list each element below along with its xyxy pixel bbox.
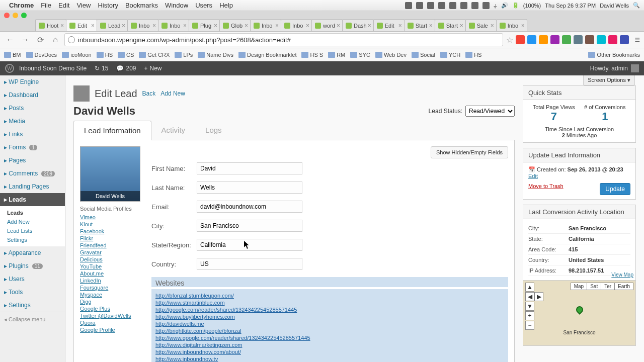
browser-tab[interactable]: Sale× bbox=[465, 19, 497, 31]
bookmark-item[interactable]: RM bbox=[328, 52, 345, 58]
menubar-icon[interactable] bbox=[405, 2, 412, 9]
menubar-icon[interactable] bbox=[416, 2, 423, 9]
collapse-menu[interactable]: ◂ Collapse menu bbox=[0, 312, 65, 327]
menu-bookmarks[interactable]: Bookmarks bbox=[125, 2, 158, 9]
social-link[interactable]: Google Plus bbox=[80, 305, 145, 312]
new-link[interactable]: + New bbox=[144, 65, 162, 72]
first-name-input[interactable] bbox=[197, 162, 302, 174]
browser-tab[interactable]: Start× bbox=[404, 19, 435, 31]
social-link[interactable]: Myspace bbox=[80, 291, 145, 298]
city-input[interactable] bbox=[197, 220, 302, 232]
social-link[interactable]: Flickr bbox=[80, 235, 145, 242]
website-link[interactable]: http://www.digitalmarketingzen.com bbox=[155, 341, 504, 348]
map-zoom-in[interactable]: + bbox=[525, 311, 534, 320]
ext-icon[interactable] bbox=[597, 35, 606, 44]
map-pan-down[interactable]: ▼ bbox=[525, 302, 534, 311]
bookmark-item[interactable]: Get CRX bbox=[139, 52, 170, 58]
close-tab-icon[interactable]: × bbox=[214, 22, 217, 29]
trash-link[interactable]: Move to Trash bbox=[528, 183, 564, 189]
close-tab-icon[interactable]: × bbox=[398, 22, 402, 29]
browser-tab[interactable]: Dash× bbox=[342, 19, 374, 31]
browser-tab[interactable]: Edit× bbox=[66, 19, 97, 31]
bookmark-item[interactable]: Web Dev bbox=[375, 52, 407, 58]
sidebar-item[interactable]: ▸ Forms1 bbox=[0, 141, 65, 154]
close-tab-icon[interactable]: × bbox=[429, 22, 433, 29]
email-input[interactable] bbox=[197, 201, 302, 213]
sidebar-item[interactable]: ▸ Pages bbox=[0, 154, 65, 167]
social-link[interactable]: Klout bbox=[80, 221, 145, 228]
sidebar-item[interactable]: ▸ WP Engine bbox=[0, 75, 65, 88]
social-link[interactable]: Delicious bbox=[80, 256, 145, 263]
menubar-icon[interactable] bbox=[482, 2, 490, 9]
forward-button[interactable]: → bbox=[19, 34, 31, 46]
bookmark-item[interactable]: LPs bbox=[175, 52, 193, 58]
sidebar-sub-item[interactable]: Lead Lists bbox=[0, 226, 65, 235]
social-link[interactable]: Friendfeed bbox=[80, 242, 145, 249]
bookmark-item[interactable]: SYC bbox=[350, 52, 370, 58]
back-button[interactable]: ← bbox=[4, 34, 16, 46]
close-tab-icon[interactable]: × bbox=[337, 22, 340, 29]
volume-icon[interactable]: 🔊 bbox=[501, 2, 508, 9]
browser-tab[interactable]: Inbo× bbox=[496, 19, 527, 31]
close-tab-icon[interactable]: × bbox=[491, 22, 494, 29]
website-link[interactable]: http://google.com/reader/shared/13243422… bbox=[155, 306, 504, 313]
map-pan-right[interactable]: ▶ bbox=[534, 292, 543, 301]
reload-button[interactable]: ⟳ bbox=[34, 34, 46, 46]
star-icon[interactable]: ☆ bbox=[506, 35, 513, 45]
comments-link[interactable]: 💬 209 bbox=[116, 65, 136, 72]
edit-date-link[interactable]: Edit bbox=[528, 173, 538, 179]
sidebar-item[interactable]: ▸ Leads bbox=[0, 193, 65, 206]
sidebar-item[interactable]: ▸ Users bbox=[0, 273, 65, 286]
close-tab-icon[interactable]: × bbox=[245, 22, 248, 29]
social-link[interactable]: Facebook bbox=[80, 228, 145, 235]
menu-window[interactable]: Window bbox=[165, 2, 188, 9]
sidebar-item[interactable]: ▸ Plugins11 bbox=[0, 259, 65, 273]
browser-tab[interactable]: Edit× bbox=[373, 19, 405, 31]
map-pan-up[interactable]: ▲ bbox=[525, 283, 534, 292]
chrome-menu-icon[interactable]: ≡ bbox=[634, 35, 640, 45]
browser-tab[interactable]: Start× bbox=[435, 19, 466, 31]
bookmark-item[interactable]: Name Divs bbox=[198, 52, 233, 58]
country-input[interactable] bbox=[197, 258, 302, 270]
zoom-window-button[interactable] bbox=[21, 13, 27, 18]
website-link[interactable]: http://www.inboundnow.tv bbox=[155, 355, 504, 362]
ext-icon[interactable] bbox=[562, 35, 571, 44]
ext-icon[interactable] bbox=[585, 35, 594, 44]
clock[interactable]: Thu Sep 26 9:37 PM bbox=[545, 3, 596, 9]
website-link[interactable]: http://brightkite.com/people/bfonzal bbox=[155, 327, 504, 334]
social-link[interactable]: Quora bbox=[80, 319, 145, 326]
social-link[interactable]: Google Profile bbox=[80, 326, 145, 333]
lead-status-select[interactable]: Read/Viewed bbox=[465, 106, 515, 117]
menubar-icon[interactable] bbox=[471, 2, 478, 9]
close-tab-icon[interactable]: × bbox=[183, 22, 187, 29]
browser-tab[interactable]: Inbo× bbox=[127, 19, 158, 31]
social-link[interactable]: LinkedIn bbox=[80, 277, 145, 284]
close-tab-icon[interactable]: × bbox=[368, 22, 371, 29]
sidebar-item[interactable]: ▸ Comments209 bbox=[0, 167, 65, 180]
sidebar-item[interactable]: ▸ Posts bbox=[0, 102, 65, 115]
sidebar-item[interactable]: ▸ Dashboard bbox=[0, 88, 65, 102]
wp-logo-icon[interactable]: W bbox=[5, 64, 14, 73]
browser-tab[interactable]: Inbo× bbox=[158, 19, 189, 31]
bookmark-item[interactable]: DevDocs bbox=[26, 52, 57, 58]
spotlight-icon[interactable]: 🔍 bbox=[633, 2, 640, 9]
social-link[interactable]: YouTube bbox=[80, 263, 145, 270]
sidebar-item[interactable]: ▸ Tools bbox=[0, 286, 65, 299]
menu-file[interactable]: File bbox=[41, 2, 51, 9]
menubar-icon[interactable] bbox=[438, 2, 445, 9]
sidebar-item[interactable]: ▸ Landing Pages bbox=[0, 180, 65, 193]
ext-icon[interactable] bbox=[574, 35, 583, 44]
map[interactable]: ▲ ◀▶ ▼ + − Map Sat Ter Earth bbox=[523, 280, 635, 345]
updates-link[interactable]: ↻ 15 bbox=[95, 65, 108, 72]
menubar-user[interactable]: David Wells bbox=[600, 3, 629, 9]
website-link[interactable]: http://www.buylibertyhomes.com bbox=[155, 313, 504, 320]
close-tab-icon[interactable]: × bbox=[306, 22, 309, 29]
website-link[interactable]: http://www.inboundnow.com/about/ bbox=[155, 348, 504, 355]
bookmark-item[interactable]: CS bbox=[118, 52, 134, 58]
bookmark-item[interactable]: Social bbox=[412, 52, 435, 58]
ext-icon[interactable] bbox=[550, 35, 559, 44]
browser-tab[interactable]: Hoot× bbox=[35, 19, 66, 31]
tab-activity[interactable]: Activity bbox=[151, 121, 196, 140]
map-type-sat[interactable]: Sat bbox=[587, 283, 601, 290]
map-type-map[interactable]: Map bbox=[571, 283, 587, 290]
